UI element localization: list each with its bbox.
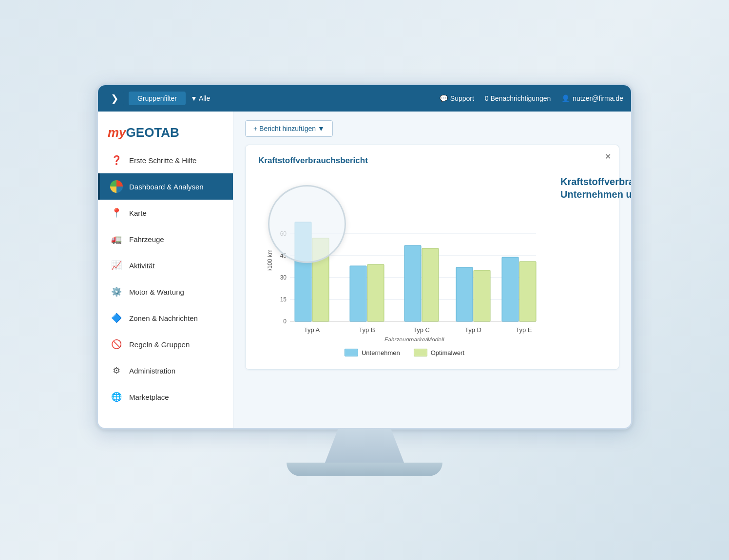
admin-icon: ⚙: [110, 364, 123, 377]
legend-item-unternehmen: Unternehmen: [345, 349, 400, 356]
chart-container: l/100 km 0 15 30: [258, 175, 606, 356]
chart-title-area: Kraftstoffverbrauch: Unternehmen und Ver…: [560, 175, 631, 201]
sidebar-item-label: Administration: [129, 367, 175, 375]
svg-text:Typ C: Typ C: [413, 326, 430, 334]
user-menu-button[interactable]: 👤 nutzer@firma.de: [561, 94, 623, 102]
rules-icon: 🚫: [110, 337, 123, 351]
svg-text:15: 15: [280, 296, 287, 303]
sidebar: myGEOTAB ❓ Erste Schritte & Hilfe Dashbo…: [98, 112, 233, 428]
report-card: ✕ Kraftstoffverbrauchsbericht l/100 km: [245, 145, 619, 370]
sidebar-item-motor[interactable]: ⚙️ Motor & Wartung: [98, 279, 233, 305]
svg-text:30: 30: [280, 274, 287, 281]
sidebar-item-karte[interactable]: 📍 Karte: [98, 200, 233, 226]
sidebar-item-label: Erste Schritte & Hilfe: [129, 156, 196, 165]
sidebar-item-zonen[interactable]: 🔷 Zonen & Nachrichten: [98, 305, 233, 331]
group-selector[interactable]: ▼ Alle: [191, 94, 210, 102]
sidebar-item-label: Aktivität: [129, 261, 155, 270]
logo-my: my: [108, 125, 126, 140]
svg-rect-13: [350, 266, 366, 321]
legend-label-optimalwert: Optimalwert: [431, 349, 464, 356]
group-selector-label: ▼ Alle: [191, 94, 210, 102]
svg-text:0: 0: [283, 318, 287, 325]
legend-item-optimalwert: Optimalwert: [414, 349, 464, 356]
close-report-button[interactable]: ✕: [605, 152, 611, 161]
sidebar-item-aktivitat[interactable]: 📈 Aktivität: [98, 252, 233, 279]
main-layout: myGEOTAB ❓ Erste Schritte & Hilfe Dashbo…: [98, 112, 631, 428]
svg-rect-11: [295, 222, 311, 321]
support-button[interactable]: 💬 Support: [440, 94, 474, 102]
user-email-label: nutzer@firma.de: [573, 94, 623, 102]
sidebar-item-erste-schritte[interactable]: ❓ Erste Schritte & Hilfe: [98, 147, 233, 173]
content-area: + Bericht hinzufügen ▼ ✕ Kraftstoffverbr…: [233, 112, 631, 428]
svg-text:Typ E: Typ E: [516, 326, 532, 334]
svg-rect-12: [312, 238, 329, 321]
top-bar-right: 💬 Support 0 Benachrichtigungen 👤 nutzer@…: [440, 94, 623, 102]
sidebar-item-label: Marketplace: [129, 393, 169, 401]
content-toolbar: + Bericht hinzufügen ▼: [245, 120, 619, 137]
monitor-stand: [321, 429, 408, 463]
map-icon: 📍: [110, 206, 123, 220]
add-report-button[interactable]: + Bericht hinzufügen ▼: [245, 120, 333, 137]
sidebar-item-marketplace[interactable]: 🌐 Marketplace: [98, 384, 233, 410]
svg-rect-17: [456, 267, 473, 321]
sidebar-toggle-button[interactable]: ❯: [106, 91, 124, 106]
svg-rect-20: [519, 261, 536, 321]
svg-text:Typ B: Typ B: [359, 326, 375, 334]
legend-label-unternehmen: Unternehmen: [362, 349, 400, 356]
legend-swatch-blue: [345, 349, 358, 356]
engine-icon: ⚙️: [110, 285, 123, 299]
svg-text:l/100 km: l/100 km: [267, 249, 273, 271]
user-icon: 👤: [561, 94, 570, 102]
svg-text:Typ D: Typ D: [465, 326, 481, 334]
logo-geotab: GEOTAB: [126, 125, 179, 140]
report-card-title: Kraftstoffverbrauchsbericht: [258, 156, 606, 166]
sidebar-item-administration[interactable]: ⚙ Administration: [98, 357, 233, 384]
monitor-base: [287, 463, 442, 476]
svg-rect-16: [422, 248, 439, 321]
legend-swatch-green: [414, 349, 427, 356]
support-label: Support: [450, 94, 474, 102]
activity-icon: 📈: [110, 259, 123, 272]
svg-text:Typ A: Typ A: [304, 326, 320, 334]
svg-rect-18: [474, 270, 490, 321]
help-icon: ❓: [110, 153, 123, 167]
svg-text:60: 60: [280, 230, 287, 237]
svg-text:Fahrzeugmarke/Modell: Fahrzeugmarke/Modell: [384, 336, 444, 341]
sidebar-item-label: Karte: [129, 209, 147, 217]
top-bar: ❯ Gruppenfilter ▼ Alle 💬 Support 0 Benac…: [98, 85, 631, 112]
sidebar-item-dashboard[interactable]: Dashboard & Analysen: [98, 173, 233, 200]
group-filter-button[interactable]: Gruppenfilter: [129, 92, 186, 105]
sidebar-nav: ❓ Erste Schritte & Hilfe Dashboard & Ana…: [98, 147, 233, 410]
support-icon: 💬: [440, 94, 448, 102]
svg-rect-14: [367, 264, 384, 321]
chart-title: Kraftstoffverbrauch: Unternehmen und Ver…: [560, 175, 631, 201]
sidebar-item-regeln[interactable]: 🚫 Regeln & Gruppen: [98, 331, 233, 357]
notifications-button[interactable]: 0 Benachrichtigungen: [485, 94, 551, 102]
bar-chart: l/100 km 0 15 30: [263, 175, 546, 341]
svg-rect-15: [404, 245, 421, 321]
sidebar-item-label: Motor & Wartung: [129, 288, 184, 296]
vehicle-icon: 🚛: [110, 232, 123, 246]
logo: myGEOTAB: [98, 116, 233, 147]
sidebar-item-label: Regeln & Gruppen: [129, 340, 190, 349]
svg-text:45: 45: [280, 252, 287, 259]
sidebar-item-label: Fahrzeuge: [129, 235, 164, 243]
sidebar-item-label: Zonen & Nachrichten: [129, 314, 198, 322]
chart-legend: Unternehmen Optimalwert: [263, 349, 546, 356]
sidebar-item-label: Dashboard & Analysen: [129, 183, 204, 191]
marketplace-icon: 🌐: [110, 390, 123, 404]
zones-icon: 🔷: [110, 311, 123, 325]
sidebar-item-fahrzeuge[interactable]: 🚛 Fahrzeuge: [98, 226, 233, 252]
dashboard-icon: [110, 180, 123, 193]
svg-rect-19: [502, 257, 518, 321]
